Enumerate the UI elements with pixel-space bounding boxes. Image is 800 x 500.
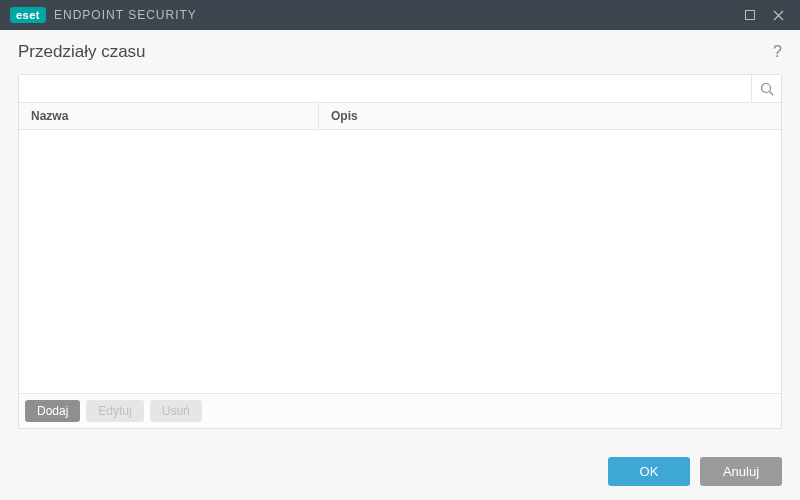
svg-point-3 bbox=[761, 83, 770, 92]
app-name: ENDPOINT SECURITY bbox=[54, 8, 197, 22]
table-body bbox=[19, 130, 781, 393]
ok-button[interactable]: OK bbox=[608, 457, 690, 486]
brand-badge: eset bbox=[10, 7, 46, 23]
maximize-button[interactable] bbox=[736, 0, 764, 30]
help-icon[interactable]: ? bbox=[773, 43, 782, 61]
svg-line-4 bbox=[769, 91, 773, 95]
cancel-button[interactable]: Anuluj bbox=[700, 457, 782, 486]
delete-button[interactable]: Usuń bbox=[150, 400, 202, 422]
search-input[interactable] bbox=[19, 75, 751, 102]
add-button[interactable]: Dodaj bbox=[25, 400, 80, 422]
close-button[interactable] bbox=[764, 0, 792, 30]
titlebar: eset ENDPOINT SECURITY bbox=[0, 0, 800, 30]
page-title: Przedziały czasu bbox=[18, 42, 773, 62]
column-header-name[interactable]: Nazwa bbox=[19, 103, 319, 129]
edit-button[interactable]: Edytuj bbox=[86, 400, 143, 422]
footer: OK Anuluj bbox=[0, 443, 800, 500]
time-ranges-panel: Nazwa Opis Dodaj Edytuj Usuń bbox=[18, 74, 782, 429]
search-icon bbox=[760, 82, 774, 96]
toolbar: Dodaj Edytuj Usuń bbox=[19, 393, 781, 428]
table-header: Nazwa Opis bbox=[19, 103, 781, 130]
close-icon bbox=[773, 10, 784, 21]
maximize-icon bbox=[745, 10, 755, 20]
search-row bbox=[19, 75, 781, 103]
search-button[interactable] bbox=[751, 75, 781, 102]
column-header-description[interactable]: Opis bbox=[319, 103, 781, 129]
svg-rect-0 bbox=[746, 11, 755, 20]
